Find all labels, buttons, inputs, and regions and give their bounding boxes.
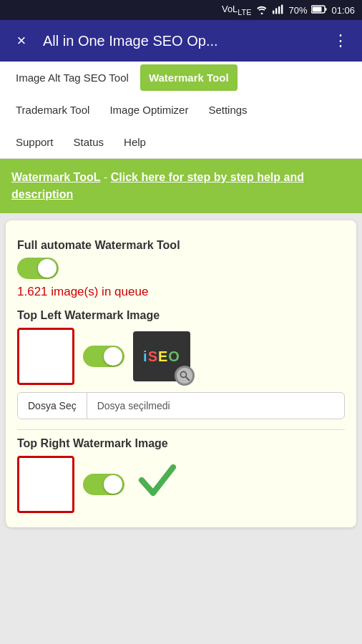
nav-row-1: Image Alt Tag SEO Tool Watermark Tool (7, 62, 355, 94)
seo-s: S (148, 348, 158, 364)
top-left-file-row: Dosya Seç Dosya seçilmedi (17, 392, 345, 419)
seo-o: O (168, 348, 180, 364)
svg-rect-6 (313, 6, 322, 11)
top-right-toggle[interactable] (83, 474, 124, 495)
top-right-image-row (17, 456, 345, 513)
full-automate-toggle[interactable] (17, 258, 59, 279)
time: 01:06 (331, 5, 355, 16)
toggle-knob (38, 259, 57, 278)
full-automate-label: Full automate Watermark Tool (17, 239, 345, 252)
top-left-image-placeholder[interactable] (17, 328, 74, 385)
checkmark-icon (136, 459, 179, 510)
status-bar: VoLLTE 70% 01:06 (0, 0, 362, 20)
svg-point-0 (261, 12, 263, 14)
file-choose-button[interactable]: Dosya Seç (18, 393, 87, 419)
menu-button[interactable]: ⋮ (328, 31, 353, 50)
svg-rect-2 (275, 8, 277, 14)
sidebar-item-image-alt-seo[interactable]: Image Alt Tag SEO Tool (7, 64, 137, 91)
full-automate-toggle-row (17, 258, 345, 279)
svg-rect-1 (273, 10, 274, 14)
sidebar-item-image-optimizer[interactable]: Image Optimizer (101, 97, 197, 123)
queue-text: 1.621 image(s) in queue (17, 285, 345, 299)
battery-percent: 70% (288, 5, 307, 16)
nav-row-2: Trademark Tool Image Optimizer Settings (7, 94, 355, 126)
nav-menu: Image Alt Tag SEO Tool Watermark Tool Tr… (0, 62, 362, 159)
top-bar: × All in One Image SEO Op... ⋮ (0, 20, 362, 62)
wifi-icon (255, 4, 268, 16)
help-banner[interactable]: Watermark TooL - Click here for step by … (0, 159, 362, 213)
sidebar-item-settings[interactable]: Settings (200, 97, 255, 123)
file-label: Dosya seçilmedi (87, 393, 180, 419)
sidebar-item-trademark-tool[interactable]: Trademark Tool (7, 97, 98, 123)
seo-thumbnail: iSEO (133, 331, 190, 381)
top-left-toggle-knob (104, 347, 122, 366)
svg-rect-4 (281, 4, 283, 14)
close-button[interactable]: × (9, 28, 34, 54)
help-banner-separator: - (100, 171, 110, 183)
top-left-toggle[interactable] (83, 346, 124, 367)
signal-icon: VoLLTE (222, 4, 251, 16)
help-banner-text: Watermark TooL - Click here for step by … (11, 169, 351, 203)
svg-rect-3 (278, 6, 280, 14)
help-banner-link[interactable]: Watermark TooL (11, 171, 100, 183)
seo-text: iSEO (143, 348, 180, 365)
app-title: All in One Image SEO Op... (43, 33, 319, 49)
svg-line-9 (186, 377, 190, 381)
nav-row-3: Support Status Help (7, 126, 355, 158)
top-right-toggle-knob (104, 475, 122, 494)
svg-rect-7 (326, 8, 327, 11)
top-left-image-row: iSEO (17, 328, 345, 385)
magnifier-icon (175, 366, 195, 386)
top-left-section-title: Top Left Watermark Image (17, 309, 345, 322)
top-right-section-title: Top Right Watermark Image (17, 437, 345, 450)
sidebar-item-status[interactable]: Status (65, 129, 113, 155)
network-icon (273, 4, 284, 16)
sidebar-item-support[interactable]: Support (7, 129, 62, 155)
seo-e: E (158, 348, 168, 364)
main-card: Full automate Watermark Tool 1.621 image… (6, 220, 356, 527)
sidebar-item-help[interactable]: Help (115, 129, 155, 155)
battery-icon (311, 5, 327, 16)
top-right-image-placeholder[interactable] (17, 456, 74, 513)
divider (17, 429, 345, 430)
sidebar-item-watermark-tool[interactable]: Watermark Tool (140, 64, 238, 91)
